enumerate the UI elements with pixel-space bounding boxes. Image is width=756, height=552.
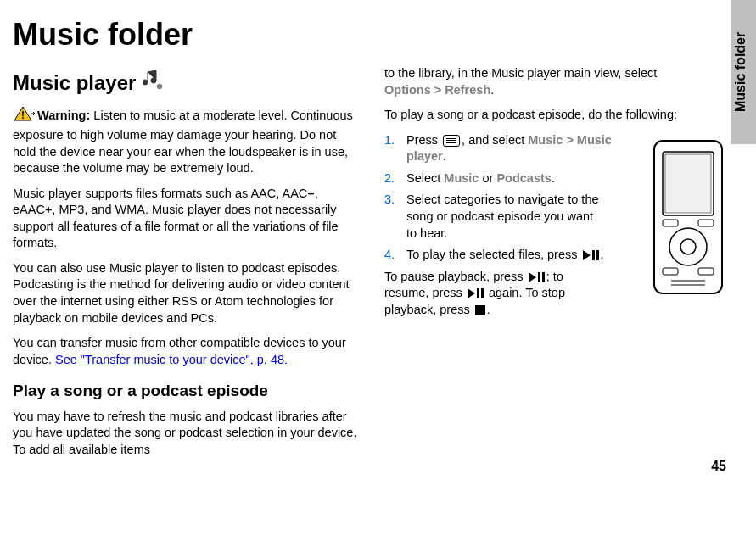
menu-key-icon — [443, 135, 460, 147]
play-pause-icon — [583, 250, 599, 260]
podcast-paragraph: You can also use Music player to listen … — [13, 260, 359, 326]
playback-controls-paragraph: To pause playback, press ; to resume, pr… — [384, 269, 605, 319]
step1-text-b: , and select — [462, 133, 528, 147]
music-player-icon — [143, 70, 165, 97]
step-2: Select Music or Podcasts. — [384, 170, 731, 187]
left-column: Music player ! Warning: Listen to music … — [13, 65, 359, 467]
formats-paragraph: Music player supports files formats such… — [13, 186, 359, 252]
svg-rect-7 — [663, 220, 678, 226]
refresh-intro-paragraph: You may have to refresh the music and po… — [13, 409, 359, 459]
step2-or: or — [479, 171, 496, 185]
step1-music: Music — [528, 133, 563, 147]
svg-point-6 — [680, 239, 696, 254]
step-3: Select categories to navigate to the son… — [384, 192, 605, 242]
step1-text-a: Press — [406, 133, 441, 147]
svg-rect-9 — [663, 268, 678, 275]
warning-label: Warning: — [37, 109, 90, 122]
menu-refresh: Refresh — [445, 83, 490, 97]
step4-text: To play the selected files, press — [406, 248, 581, 261]
playback-a: To pause playback, press — [384, 270, 527, 283]
page-number: 45 — [711, 459, 726, 474]
transfer-paragraph: You can transfer music from other compat… — [13, 335, 359, 368]
menu-options: Options — [384, 83, 431, 97]
refresh-continuation-paragraph: to the library, in the Music player main… — [384, 65, 731, 98]
menu-separator: > — [434, 83, 441, 97]
svg-rect-10 — [698, 268, 714, 275]
step-4: To play the selected files, press . — [384, 247, 605, 264]
step1-sep: > — [566, 133, 573, 147]
svg-text:!: ! — [21, 109, 25, 121]
play-song-heading: Play a song or a podcast episode — [13, 380, 359, 402]
step2-text-a: Select — [406, 171, 444, 185]
music-player-heading-text: Music player — [13, 70, 136, 97]
page-title: Music folder — [13, 17, 731, 53]
step2-podcasts: Podcasts — [496, 171, 551, 185]
refresh-cont-text: to the library, in the Music player main… — [384, 66, 657, 80]
right-column: to the library, in the Music player main… — [384, 65, 731, 467]
music-player-heading: Music player — [13, 70, 359, 97]
warning-icon: ! — [13, 105, 35, 127]
step2-music: Music — [444, 171, 479, 185]
warning-paragraph: ! Warning: Listen to music at a moderate… — [13, 105, 359, 176]
play-pause-icon-3 — [468, 288, 484, 298]
svg-rect-8 — [698, 220, 714, 226]
play-pause-icon-2 — [529, 272, 545, 282]
svg-point-0 — [157, 84, 162, 89]
play-instructions-intro: To play a song or a podcast episode, do … — [384, 107, 731, 124]
transfer-link[interactable]: See "Transfer music to your device", p. … — [55, 353, 288, 366]
stop-icon — [475, 305, 485, 315]
step-1: Press , and select Music>Music player. — [384, 132, 731, 165]
